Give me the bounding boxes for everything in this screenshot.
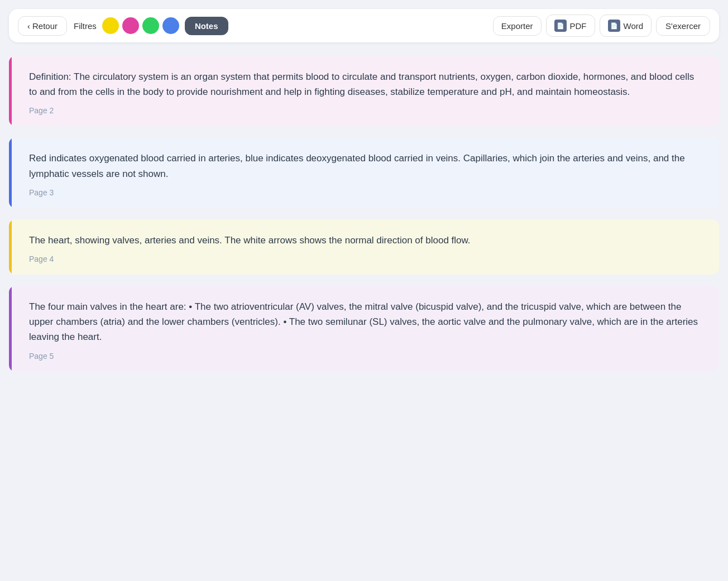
note-page-2: Page 3 (29, 188, 703, 197)
toolbar: ‹ Retour Filtres Notes Exporter 📄 PDF 📄 … (9, 9, 719, 42)
word-icon: 📄 (608, 20, 620, 32)
notes-label: Notes (195, 21, 218, 31)
note-card-1: Definition: The circulatory system is an… (9, 56, 719, 126)
note-text-4: The four main valves in the heart are: •… (29, 299, 703, 345)
note-page-3: Page 4 (29, 255, 703, 263)
retour-button[interactable]: ‹ Retour (18, 16, 67, 36)
notes-button[interactable]: Notes (185, 17, 228, 35)
pink-filter-button[interactable] (122, 17, 139, 34)
exercer-button[interactable]: S'exercer (656, 16, 710, 36)
note-card-3: The heart, showing valves, arteries and … (9, 219, 719, 275)
note-text-2: Red indicates oxygenated blood carried i… (29, 151, 703, 181)
exporter-label: Exporter (501, 21, 533, 31)
note-card-2: Red indicates oxygenated blood carried i… (9, 137, 719, 208)
note-text-3: The heart, showing valves, arteries and … (29, 233, 703, 248)
note-page-4: Page 5 (29, 352, 703, 361)
blue-filter-button[interactable] (162, 17, 179, 34)
pdf-icon: 📄 (554, 20, 567, 32)
note-text-1: Definition: The circulatory system is an… (29, 69, 703, 99)
notes-container: Definition: The circulatory system is an… (9, 56, 719, 372)
exporter-button[interactable]: Exporter (493, 16, 542, 36)
pdf-label: PDF (570, 21, 587, 31)
pdf-button[interactable]: 📄 PDF (546, 15, 595, 37)
filtres-label: Filtres (74, 21, 97, 31)
yellow-filter-button[interactable] (102, 17, 119, 34)
green-filter-button[interactable] (142, 17, 159, 34)
note-page-1: Page 2 (29, 106, 703, 115)
note-card-4: The four main valves in the heart are: •… (9, 286, 719, 372)
retour-label: Retour (32, 21, 58, 31)
word-button[interactable]: 📄 Word (600, 15, 652, 37)
filtres-group: Filtres (74, 17, 179, 34)
word-label: Word (624, 21, 644, 31)
toolbar-right: Exporter 📄 PDF 📄 Word S'exercer (493, 15, 710, 37)
exercer-label: S'exercer (665, 21, 701, 31)
chevron-left-icon: ‹ (27, 21, 30, 31)
